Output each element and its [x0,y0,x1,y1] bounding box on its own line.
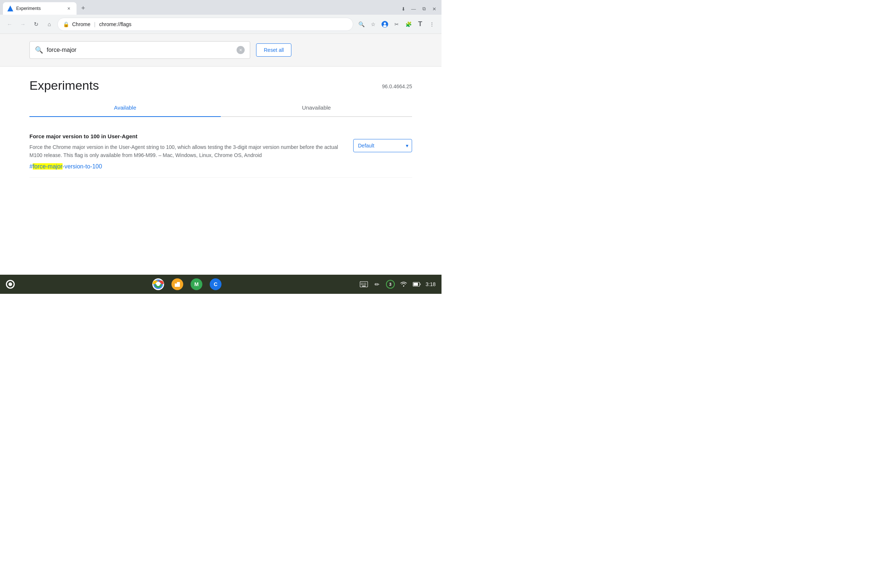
toolbar-icons: 🔍 ☆ ✂ 🧩 T ⋮ [356,19,437,29]
page-title: Experiments [29,78,99,93]
recording-icon [6,280,15,289]
reset-all-button[interactable]: Reset all [256,44,291,57]
profile-icon[interactable] [380,19,390,29]
flag-item: Force major version to 100 in User-Agent… [29,126,412,178]
svg-rect-19 [362,284,363,285]
svg-rect-15 [362,283,363,284]
extensions-icon[interactable]: 🧩 [403,19,413,29]
menu-icon[interactable]: ⋮ [427,19,437,29]
taskbar-meet-icon[interactable]: M [191,278,202,290]
search-clear-button[interactable]: × [237,46,245,54]
svg-rect-25 [413,283,418,286]
omnibox-lock-icon: 🔒 [63,21,69,27]
flag-title: Force major version to 100 in User-Agent [29,133,341,140]
search-section: 🔍 × Reset all [0,34,442,66]
window-controls: ⬇ — ⧉ ✕ [399,4,438,13]
wifi-icon[interactable] [399,280,408,289]
tab-title: Experiments [16,6,63,11]
search-input[interactable] [47,47,233,53]
tab-unavailable[interactable]: Unavailable [221,99,412,116]
flag-select-wrapper: Default Enabled Disabled [353,139,412,152]
search-icon: 🔍 [35,46,43,54]
flag-description: Force the Chrome major version in the Us… [29,143,341,160]
omnibox-separator: | [94,21,96,27]
flag-content: Force major version to 100 in User-Agent… [29,133,341,170]
taskbar-left [6,280,15,289]
omnibox-url: chrome://flags [99,21,131,27]
tab-available[interactable]: Available [29,99,221,116]
taskbar-right: ✏ 3 3:18 [359,280,435,289]
taskbar-files-icon[interactable] [171,278,183,290]
home-button[interactable]: ⌂ [44,19,54,29]
scissors-icon[interactable]: ✂ [392,19,402,29]
keyboard-icon[interactable] [359,280,368,289]
minimize-button[interactable]: — [409,4,418,13]
svg-rect-18 [361,284,362,285]
flag-select-container: Default Enabled Disabled [353,139,412,152]
flag-default-select[interactable]: Default Enabled Disabled [353,139,412,152]
active-tab[interactable]: Experiments × [3,2,77,15]
taskbar-center: M C [15,278,359,290]
svg-point-1 [384,22,386,25]
svg-point-2 [383,25,387,27]
battery-icon[interactable] [413,280,421,289]
download-button[interactable]: ⬇ [399,4,408,13]
translate-icon[interactable]: T [415,19,425,29]
svg-point-5 [156,282,160,286]
flag-link[interactable]: #force-major-version-to-100 [29,163,341,170]
time-display: 3:18 [426,281,435,287]
svg-point-23 [403,286,404,287]
svg-rect-22 [362,286,366,286]
bookmark-icon[interactable]: ☆ [368,19,378,29]
pen-icon[interactable]: ✏ [373,280,381,289]
forward-button[interactable]: → [18,19,28,29]
svg-rect-21 [365,284,366,285]
main-area: Experiments 96.0.4664.25 Available Unava… [0,66,442,275]
page-content: 🔍 × Reset all Experiments 96.0.4664.25 A… [0,34,442,275]
title-bar: Experiments × + ⬇ — ⧉ ✕ [0,0,442,15]
svg-rect-20 [364,284,365,285]
svg-text:C: C [214,281,218,287]
search-box: 🔍 × [29,41,250,59]
maximize-button[interactable]: ⧉ [419,4,428,13]
svg-rect-17 [365,283,366,284]
address-bar: ← → ↻ ⌂ 🔒 Chrome | chrome://flags 🔍 ☆ ✂ … [0,15,442,34]
omnibox-brand: Chrome [72,21,90,27]
version-text: 96.0.4664.25 [382,78,412,89]
taskbar-chrome-icon[interactable] [152,278,164,290]
taskbar: M C [0,275,442,294]
experiments-header: Experiments 96.0.4664.25 [29,66,412,99]
back-button[interactable]: ← [5,19,15,29]
reload-button[interactable]: ↻ [31,19,41,29]
status-badge: 3 [386,280,395,289]
close-button[interactable]: ✕ [430,4,438,13]
tab-close-button[interactable]: × [66,5,72,12]
svg-text:M: M [195,281,199,287]
omnibox[interactable]: 🔒 Chrome | chrome://flags [57,18,353,31]
tab-favicon [8,6,13,11]
svg-rect-8 [175,282,177,284]
search-toolbar-icon[interactable]: 🔍 [356,19,366,29]
new-tab-button[interactable]: + [78,3,88,13]
tabs-container: Available Unavailable [29,99,412,117]
browser-frame: Experiments × + ⬇ — ⧉ ✕ ← → ↻ ⌂ 🔒 Chrome… [0,0,442,294]
svg-rect-14 [361,283,362,284]
svg-rect-16 [364,283,365,284]
taskbar-chat-icon[interactable]: C [210,278,221,290]
